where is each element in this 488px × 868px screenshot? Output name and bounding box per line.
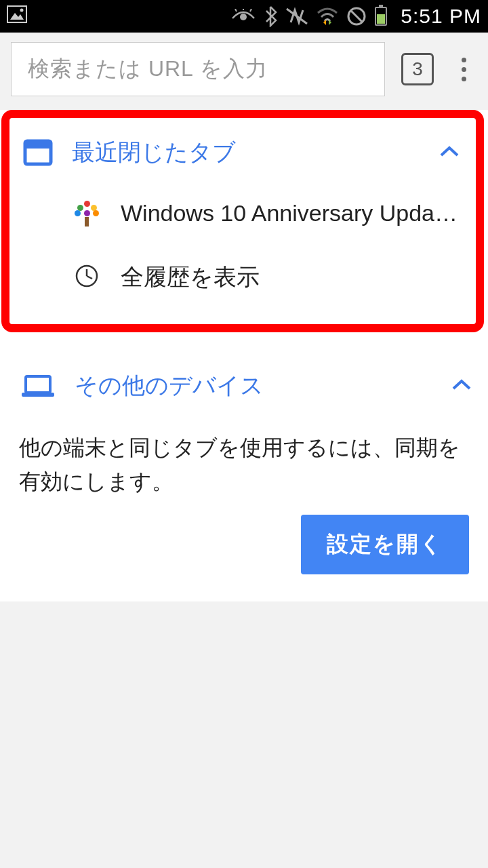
- tab-count-value: 3: [412, 58, 423, 80]
- svg-line-11: [350, 10, 363, 22]
- svg-point-2: [20, 8, 24, 12]
- tab-icon: [23, 139, 53, 166]
- sync-message: 他の端末と同じタブを使用するには、同期を有効にします。: [0, 415, 488, 498]
- svg-line-6: [250, 9, 251, 12]
- bluetooth-icon: [264, 5, 277, 27]
- recent-tab-item[interactable]: Windows 10 Anniversary Update…: [9, 182, 476, 244]
- other-devices-header[interactable]: その他のデバイス: [0, 351, 488, 415]
- clock-text: 5:51 PM: [401, 5, 481, 28]
- status-bar: 5:51 PM: [0, 0, 488, 33]
- chevron-up-icon: [439, 145, 460, 160]
- no-data-icon: [346, 6, 367, 26]
- other-devices-title: その他のデバイス: [75, 370, 432, 401]
- battery-icon: [375, 7, 387, 26]
- svg-rect-18: [22, 393, 54, 397]
- wifi-icon: [317, 7, 338, 25]
- svg-marker-1: [10, 13, 24, 20]
- show-full-history[interactable]: 全履歴を表示: [9, 244, 476, 311]
- chevron-up-icon: [451, 378, 472, 393]
- recent-tab-label: Windows 10 Anniversary Update…: [121, 200, 460, 226]
- svg-line-4: [235, 9, 237, 12]
- tab-switcher-button[interactable]: 3: [401, 53, 434, 85]
- recent-tabs-header[interactable]: 最近閉じたタブ: [9, 118, 476, 182]
- favicon-icon: [75, 199, 99, 226]
- omnibox-placeholder: 検索または URL を入力: [28, 54, 268, 84]
- recent-tabs-card: 最近閉じたタブ Windows 10 Anniversary Update… 全…: [1, 110, 484, 332]
- menu-button[interactable]: [450, 54, 477, 85]
- svg-point-3: [240, 14, 247, 20]
- omnibox[interactable]: 検索または URL を入力: [11, 42, 385, 96]
- eye-icon: [231, 9, 256, 24]
- svg-line-7: [287, 9, 307, 24]
- other-devices-card: その他のデバイス 他の端末と同じタブを使用するには、同期を有効にします。 設定を…: [0, 332, 488, 601]
- open-settings-button[interactable]: 設定を開く: [301, 515, 469, 574]
- browser-toolbar: 検索または URL を入力 3: [0, 33, 488, 106]
- svg-rect-17: [26, 376, 50, 393]
- recent-tabs-title: 最近閉じたタブ: [72, 137, 420, 168]
- image-icon: [7, 5, 27, 28]
- laptop-icon: [20, 374, 56, 398]
- clock-icon: [75, 264, 99, 291]
- history-label: 全履歴を表示: [121, 262, 460, 293]
- vibrate-icon: [285, 6, 308, 26]
- svg-rect-0: [7, 6, 26, 22]
- svg-rect-13: [25, 141, 51, 149]
- svg-line-16: [87, 276, 92, 279]
